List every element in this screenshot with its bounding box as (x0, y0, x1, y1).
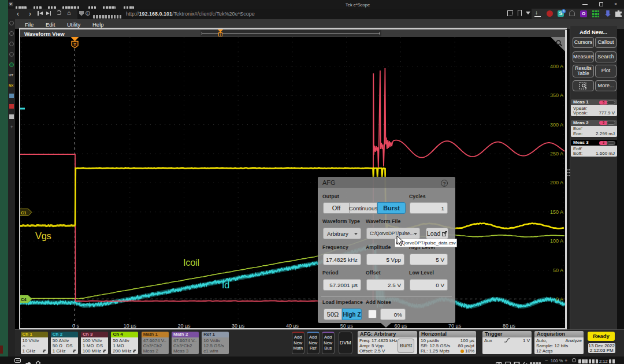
svg-text:150 A: 150 A (550, 209, 563, 215)
svg-text:400 A: 400 A (550, 64, 563, 69)
svg-text:0 A: 0 A (556, 296, 563, 302)
svg-text:250 A: 250 A (550, 151, 563, 157)
svg-text:300 A: 300 A (550, 122, 563, 128)
svg-text:200 A: 200 A (550, 180, 563, 185)
svg-text:50 A: 50 A (553, 268, 563, 273)
svg-text:100 A: 100 A (550, 238, 563, 244)
svg-text:T: T (73, 42, 76, 47)
svg-text:350 A: 350 A (550, 92, 563, 98)
svg-text:Icoil: Icoil (183, 257, 199, 268)
svg-text:Id: Id (222, 280, 229, 290)
svg-text:C1: C1 (21, 210, 27, 216)
svg-text:C4: C4 (21, 297, 27, 302)
svg-text:Vgs: Vgs (35, 231, 51, 241)
